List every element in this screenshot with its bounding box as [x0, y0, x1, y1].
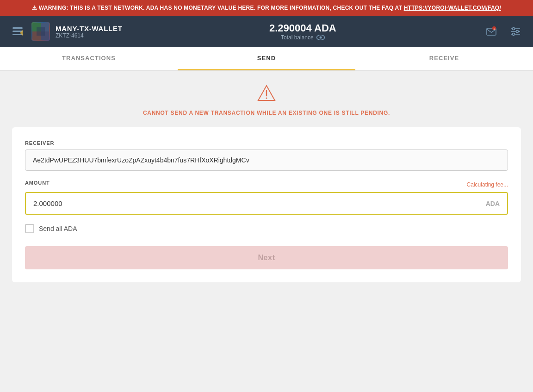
error-triangle-icon [257, 85, 276, 105]
error-message: CANNOT SEND A NEW TRANSACTION WHILE AN E… [143, 110, 390, 116]
warning-icon: ⚠ [32, 5, 37, 11]
next-button[interactable]: Next [25, 246, 508, 269]
send-form-card: RECEIVER AMOUNT Calculating fee... ADA S… [12, 127, 521, 282]
header-right: 1 [483, 23, 524, 40]
header: MANY-TX-WALLET ZKTZ-4614 2.290004 ADA To… [0, 16, 533, 47]
header-center: 2.290004 ADA Total balance [269, 22, 336, 41]
wallet-id: ZKTZ-4614 [56, 32, 123, 39]
nav-tabs: TRANSACTIONS SEND RECEIVE [0, 47, 533, 71]
receiver-label: RECEIVER [25, 140, 508, 146]
wallet-name: MANY-TX-WALLET [56, 25, 123, 32]
header-left: MANY-TX-WALLET ZKTZ-4614 [9, 22, 123, 41]
svg-point-21 [266, 98, 267, 99]
amount-label: AMOUNT [25, 180, 50, 186]
amount-input[interactable] [26, 193, 507, 214]
amount-row: AMOUNT Calculating fee... [25, 180, 508, 189]
svg-point-17 [513, 28, 515, 30]
svg-rect-0 [12, 27, 23, 29]
calculating-fee: Calculating fee... [467, 181, 508, 188]
warning-banner: ⚠ WARNING: THIS IS A TEST NETWORK. ADA H… [0, 0, 533, 16]
balance-amount: 2.290004 ADA [269, 22, 336, 34]
receiver-field-group: RECEIVER [25, 140, 508, 171]
amount-suffix: ADA [486, 200, 500, 207]
error-notice: CANNOT SEND A NEW TRANSACTION WHILE AN E… [9, 85, 524, 116]
send-all-checkbox[interactable] [25, 224, 34, 233]
amount-input-wrapper: ADA [25, 192, 508, 215]
send-all-label[interactable]: Send all ADA [39, 225, 77, 232]
menu-icon[interactable] [9, 23, 26, 40]
warning-text: WARNING: THIS IS A TEST NETWORK. ADA HAS… [39, 5, 402, 11]
settings-icon[interactable] [507, 23, 524, 40]
svg-point-19 [513, 33, 515, 36]
svg-rect-8 [37, 27, 45, 36]
wallet-info: MANY-TX-WALLET ZKTZ-4614 [56, 25, 123, 39]
warning-link[interactable]: HTTPS://YOROI-WALLET.COM/FAQ/ [404, 5, 501, 11]
amount-field-group: AMOUNT Calculating fee... ADA [25, 180, 508, 215]
tab-send[interactable]: SEND [178, 47, 355, 70]
receiver-input[interactable] [25, 149, 508, 171]
eye-icon[interactable] [316, 35, 325, 40]
tab-receive[interactable]: RECEIVE [355, 47, 533, 70]
main-content: CANNOT SEND A NEW TRANSACTION WHILE AN E… [0, 71, 533, 348]
tab-transactions[interactable]: TRANSACTIONS [0, 47, 178, 70]
wallet-avatar [31, 22, 50, 41]
notification-icon[interactable]: 1 [483, 23, 500, 40]
svg-point-10 [319, 37, 322, 39]
svg-text:1: 1 [494, 27, 495, 30]
balance-label: Total balance [269, 34, 336, 41]
svg-point-18 [516, 31, 519, 33]
send-all-row: Send all ADA [25, 224, 508, 233]
